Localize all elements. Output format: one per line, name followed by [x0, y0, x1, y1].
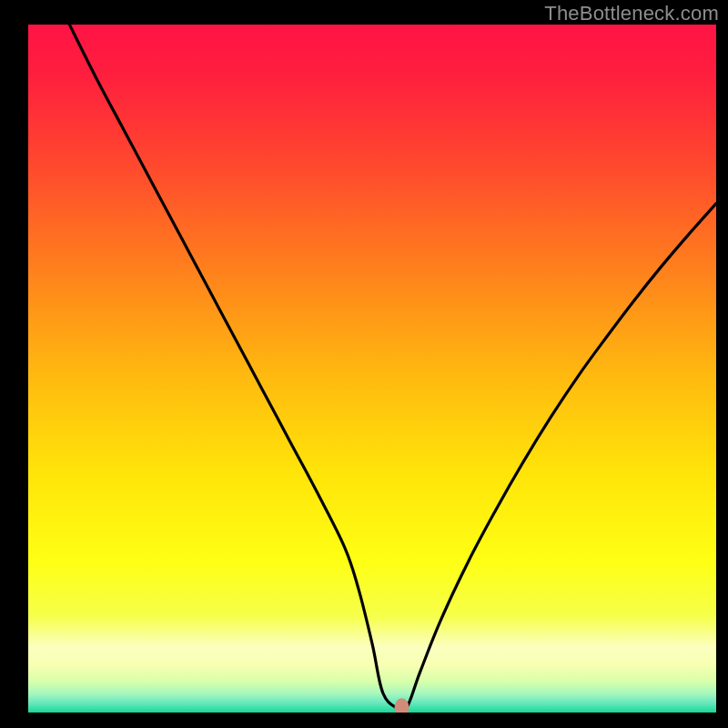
- plot-area: [28, 25, 716, 713]
- watermark-label: TheBottleneck.com: [544, 2, 719, 25]
- gradient-background: [28, 25, 716, 713]
- chart-frame: TheBottleneck.com: [0, 0, 728, 728]
- bottleneck-chart: [28, 25, 716, 713]
